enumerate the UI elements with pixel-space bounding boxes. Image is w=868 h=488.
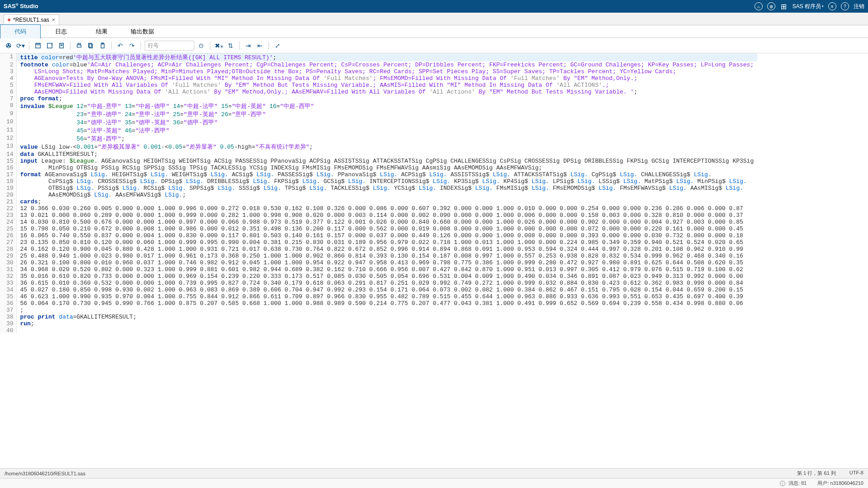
apps-icon[interactable]: ⊞ — [780, 2, 788, 10]
cursor-position: 第 1 行，第 61 列 — [797, 470, 836, 477]
role-dropdown[interactable]: SAS 程序员▾ — [793, 3, 824, 10]
find-replace-icon[interactable]: ⇅ — [226, 41, 236, 51]
svg-rect-1 — [37, 43, 39, 45]
outdent-icon[interactable]: ⇤ — [255, 41, 265, 51]
code-editor[interactable]: 1title color=red'中超与五大联赛守门员显著性差异分析结果([GK… — [0, 53, 868, 468]
paste-icon[interactable] — [98, 41, 108, 51]
svg-rect-4 — [77, 45, 81, 47]
file-path: /home/n31806046210/RESULT1.sas — [5, 471, 85, 476]
program-summary-icon[interactable] — [57, 41, 66, 51]
file-tab-result1[interactable]: *RESULT1.sas × — [4, 14, 59, 25]
app-title: SAS® Studio — [4, 3, 38, 9]
svg-rect-5 — [78, 43, 80, 45]
file-tab-label: *RESULT1.sas — [13, 17, 49, 23]
file-tab-bar: *RESULT1.sas × — [0, 13, 868, 25]
messages-icon: i — [780, 481, 785, 486]
svg-rect-2 — [47, 43, 52, 48]
messages-indicator[interactable]: i 消息: 81 — [780, 480, 807, 487]
copy-icon[interactable] — [86, 41, 96, 51]
print-icon[interactable] — [74, 41, 84, 51]
go-icon[interactable]: ⊙ — [196, 41, 206, 51]
search-icon[interactable]: ⌕ — [755, 2, 763, 10]
more-menu-icon[interactable]: ≡ — [828, 2, 836, 10]
unsaved-indicator-icon — [8, 19, 10, 21]
goto-line-input[interactable] — [145, 41, 194, 51]
encoding-label: UTF-8 — [849, 470, 863, 477]
new-window-icon[interactable]: ⊕ — [767, 2, 775, 10]
tab-output-data[interactable]: 输出数据 — [122, 25, 163, 38]
sub-tab-bar: 代码 日志 结果 输出数据 — [0, 25, 868, 38]
app-header: SAS® Studio ⌕ ⊕ ⊞ SAS 程序员▾ ≡ ? 注销 — [0, 0, 868, 13]
save-icon[interactable] — [33, 41, 43, 51]
snippet-dropdown-icon[interactable]: ⟳▾ — [15, 41, 25, 51]
indent-icon[interactable]: ⇥ — [243, 41, 253, 51]
maximize-view-icon[interactable]: ⤢ — [273, 41, 283, 51]
status-bar: i 消息: 81 用户: n31806046210 — [0, 478, 868, 488]
code-toolbar: ✇ ⟳▾ ↶ ↷ ⊙ ✖⁎ ⇅ ⇥ ⇤ ⤢ — [0, 38, 868, 53]
clear-code-icon[interactable]: ✖⁎ — [214, 41, 224, 51]
svg-rect-0 — [36, 43, 41, 48]
run-icon[interactable]: ✇ — [4, 41, 14, 51]
path-bar: /home/n31806046210/RESULT1.sas 第 1 行，第 6… — [0, 468, 868, 478]
close-tab-icon[interactable]: × — [52, 17, 55, 23]
tab-results[interactable]: 结果 — [81, 25, 122, 38]
save-as-icon[interactable] — [45, 41, 55, 51]
user-indicator: 用户: n31806046210 — [817, 480, 863, 487]
tab-log[interactable]: 日志 — [41, 25, 81, 38]
tab-code[interactable]: 代码 — [0, 24, 41, 39]
undo-icon[interactable]: ↶ — [115, 41, 125, 51]
redo-icon[interactable]: ↷ — [127, 41, 137, 51]
signout-link[interactable]: 注销 — [854, 3, 864, 10]
help-icon[interactable]: ? — [841, 2, 849, 10]
